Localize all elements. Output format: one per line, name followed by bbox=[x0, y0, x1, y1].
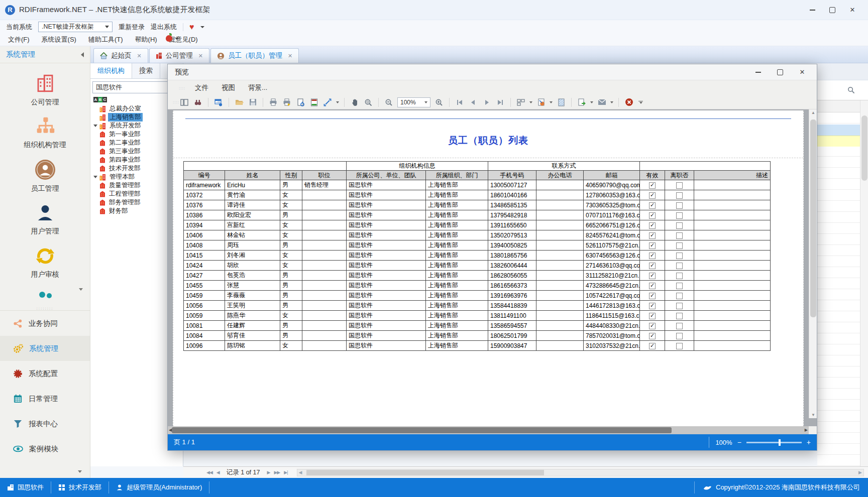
status-department[interactable]: 技术开发部 bbox=[51, 481, 109, 493]
preview-maximize-button[interactable] bbox=[777, 69, 784, 76]
resigned-checkbox[interactable] bbox=[676, 222, 683, 229]
resigned-checkbox[interactable] bbox=[676, 343, 683, 349]
sidebar-item-company[interactable]: 公司管理 bbox=[0, 68, 90, 111]
resigned-checkbox[interactable] bbox=[676, 242, 683, 249]
valid-checkbox[interactable] bbox=[649, 283, 656, 289]
chevron-down-icon[interactable] bbox=[336, 101, 339, 103]
page-setup-icon[interactable] bbox=[295, 97, 305, 107]
export-icon[interactable] bbox=[577, 97, 587, 107]
sidebar-item-system-config[interactable]: 系统配置 bbox=[0, 361, 90, 386]
watermark-icon[interactable] bbox=[556, 97, 566, 107]
valid-checkbox[interactable] bbox=[649, 182, 656, 189]
resigned-checkbox[interactable] bbox=[676, 283, 683, 289]
resigned-checkbox[interactable] bbox=[676, 333, 683, 339]
valid-checkbox[interactable] bbox=[649, 273, 656, 279]
zoom-in-icon[interactable] bbox=[434, 97, 444, 107]
find-icon[interactable] bbox=[193, 97, 203, 107]
quick-print-icon[interactable] bbox=[282, 97, 292, 107]
toolbar-overflow-icon[interactable] bbox=[638, 101, 643, 104]
valid-checkbox[interactable] bbox=[649, 333, 656, 339]
zoom-out-button[interactable]: − bbox=[737, 438, 741, 446]
scroll-right-icon[interactable]: ▶ bbox=[805, 428, 808, 432]
resigned-checkbox[interactable] bbox=[676, 273, 683, 279]
sidebar-item-user-audit[interactable]: 用户审核 bbox=[0, 241, 90, 284]
open-icon[interactable] bbox=[234, 97, 244, 107]
drag-grip[interactable]: :::: bbox=[173, 101, 176, 103]
sidebar-item-user[interactable]: 用户管理 bbox=[0, 198, 90, 241]
resigned-checkbox[interactable] bbox=[676, 323, 683, 329]
hand-tool-icon[interactable] bbox=[350, 97, 360, 107]
menu-item[interactable]: 文件(F) bbox=[8, 35, 30, 44]
next-page-icon[interactable] bbox=[482, 97, 492, 107]
grid-search-field[interactable] bbox=[817, 80, 868, 100]
header-footer-icon[interactable] bbox=[309, 97, 319, 107]
tab-org-structure[interactable]: 组织机构 bbox=[90, 63, 132, 78]
grid-highlight-row[interactable] bbox=[817, 136, 860, 147]
valid-checkbox[interactable] bbox=[649, 232, 656, 239]
sort-abc-icon[interactable]: ABC bbox=[93, 97, 107, 102]
tab-search[interactable]: 搜索 bbox=[132, 63, 160, 78]
chevron-down-icon[interactable] bbox=[79, 288, 83, 291]
resigned-checkbox[interactable] bbox=[676, 182, 683, 189]
status-current-user[interactable]: 超级管理员(Administrator) bbox=[109, 481, 209, 493]
chevron-down-icon[interactable] bbox=[175, 38, 179, 40]
preview-vertical-scrollbar[interactable]: ▲ ▼ bbox=[809, 109, 817, 418]
zoom-level-select[interactable]: 100% bbox=[397, 97, 430, 107]
grid-selected-row[interactable] bbox=[817, 125, 860, 136]
minimize-button[interactable] bbox=[809, 7, 816, 14]
system-select[interactable]: .NET敏捷开发框架 bbox=[38, 22, 113, 32]
parameters-icon[interactable] bbox=[213, 97, 224, 107]
chevron-down-icon[interactable] bbox=[590, 101, 593, 103]
scroll-down-icon[interactable]: ▼ bbox=[809, 413, 817, 417]
tab-company-management[interactable]: 公司管理 ✕ bbox=[149, 48, 209, 63]
sidebar-overflow-down-icon[interactable] bbox=[78, 470, 82, 473]
grid-rows[interactable] bbox=[817, 112, 860, 466]
splitter-handle[interactable]: :::::::: bbox=[0, 306, 90, 310]
logout-button[interactable]: 退出系统 bbox=[151, 23, 177, 32]
tab-employee-management[interactable]: 员工（职员）管理 ✕ bbox=[210, 48, 299, 63]
email-icon[interactable] bbox=[597, 97, 607, 107]
valid-checkbox[interactable] bbox=[649, 263, 656, 269]
last-record-button[interactable]: ▶▶ bbox=[274, 470, 280, 475]
sidebar-item-employee[interactable]: 员工管理 bbox=[0, 155, 90, 198]
next-record-button[interactable]: ▶ bbox=[267, 470, 270, 475]
scroll-left-icon[interactable]: ◀ bbox=[299, 469, 302, 476]
resigned-checkbox[interactable] bbox=[676, 303, 683, 309]
relogin-button[interactable]: 重新登录 bbox=[119, 23, 145, 32]
sidebar-item-report-center[interactable]: 报表中心 bbox=[0, 411, 90, 436]
resigned-checkbox[interactable] bbox=[676, 232, 683, 239]
resigned-checkbox[interactable] bbox=[676, 313, 683, 319]
sidebar-item-organization[interactable]: 组织机构管理 bbox=[0, 111, 90, 155]
resigned-checkbox[interactable] bbox=[676, 263, 683, 269]
sidebar-item-overflow[interactable] bbox=[0, 284, 90, 306]
document-map-icon[interactable] bbox=[179, 97, 189, 107]
new-record-button[interactable]: ▶| bbox=[284, 470, 287, 475]
close-button[interactable]: ✕ bbox=[849, 7, 856, 14]
valid-checkbox[interactable] bbox=[649, 293, 656, 299]
valid-checkbox[interactable] bbox=[649, 202, 656, 209]
valid-checkbox[interactable] bbox=[649, 323, 656, 329]
valid-checkbox[interactable] bbox=[649, 192, 656, 199]
zoom-out-icon[interactable] bbox=[384, 97, 394, 107]
resigned-checkbox[interactable] bbox=[676, 212, 683, 219]
sidebar-item-case-module[interactable]: 案例模块 bbox=[0, 436, 90, 461]
valid-checkbox[interactable] bbox=[649, 313, 656, 319]
valid-checkbox[interactable] bbox=[649, 303, 656, 309]
chevron-down-icon[interactable] bbox=[200, 26, 204, 28]
preview-menu-view[interactable]: 视图 bbox=[222, 83, 235, 92]
collapse-left-icon[interactable] bbox=[81, 52, 84, 57]
valid-checkbox[interactable] bbox=[649, 222, 656, 229]
scrollbar-thumb[interactable] bbox=[306, 470, 545, 475]
close-icon[interactable]: ✕ bbox=[137, 53, 142, 59]
zoom-slider[interactable] bbox=[746, 442, 802, 443]
multipage-icon[interactable] bbox=[516, 97, 526, 107]
resigned-checkbox[interactable] bbox=[676, 202, 683, 209]
menu-item[interactable]: 辅助工具(T) bbox=[88, 35, 123, 44]
prev-record-button[interactable]: ◀ bbox=[216, 470, 220, 475]
close-icon[interactable]: ✕ bbox=[198, 53, 203, 59]
close-icon[interactable]: ✕ bbox=[288, 53, 292, 59]
scroll-up-icon[interactable]: ▲ bbox=[809, 110, 817, 115]
resigned-checkbox[interactable] bbox=[676, 253, 683, 259]
preview-horizontal-scrollbar[interactable]: ◀ ▶ bbox=[168, 426, 809, 434]
sidebar-item-daily-management[interactable]: 日常管理 bbox=[0, 386, 90, 411]
